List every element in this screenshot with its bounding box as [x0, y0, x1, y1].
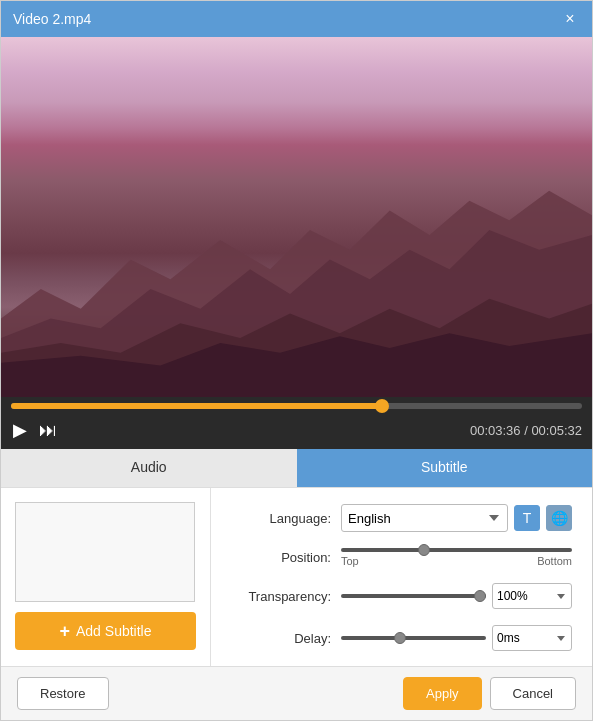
- time-display: 00:03:36 / 00:05:32: [470, 423, 582, 438]
- tab-audio[interactable]: Audio: [1, 449, 297, 487]
- position-top-label: Top: [341, 555, 359, 567]
- play-button[interactable]: ▶: [11, 417, 29, 443]
- progress-fill: [11, 403, 382, 409]
- transparency-control: 100% 90% 80% 70% 60% 50%: [341, 583, 572, 609]
- apply-button[interactable]: Apply: [403, 677, 482, 710]
- position-slider-area: Top Bottom: [341, 548, 572, 567]
- tab-subtitle[interactable]: Subtitle: [297, 449, 593, 487]
- progress-thumb: [375, 399, 389, 413]
- transparency-select[interactable]: 100% 90% 80% 70% 60% 50%: [492, 583, 572, 609]
- position-row: Position: Top Bottom: [231, 548, 572, 567]
- plus-icon: +: [59, 622, 70, 640]
- close-button[interactable]: ×: [560, 9, 580, 29]
- controls-row: ▶ ⏭ 00:03:36 / 00:05:32: [11, 417, 582, 443]
- video-area: [1, 37, 592, 397]
- language-control: English Spanish French German Chinese Ja…: [341, 504, 572, 532]
- language-select[interactable]: English Spanish French German Chinese Ja…: [341, 504, 508, 532]
- position-labels: Top Bottom: [341, 555, 572, 567]
- language-label: Language:: [231, 511, 331, 526]
- bottom-left: Restore: [17, 677, 109, 710]
- transparency-label: Transparency:: [231, 589, 331, 604]
- title-bar: Video 2.mp4 ×: [1, 1, 592, 37]
- restore-button[interactable]: Restore: [17, 677, 109, 710]
- tabs-row: Audio Subtitle: [1, 449, 592, 488]
- bottom-bar: Restore Apply Cancel: [1, 666, 592, 720]
- progress-bar[interactable]: [11, 403, 582, 409]
- content-area: Subtitle + Add Subtitle Language: Englis…: [1, 488, 592, 666]
- left-panel: Subtitle + Add Subtitle: [1, 488, 211, 666]
- globe-icon: 🌐: [551, 510, 568, 526]
- delay-row: Delay: 0ms 100ms 200ms 500ms 1000ms: [231, 625, 572, 651]
- transparency-slider[interactable]: [341, 594, 486, 598]
- add-subtitle-button[interactable]: + Add Subtitle: [15, 612, 196, 650]
- delay-label: Delay:: [231, 631, 331, 646]
- delay-select[interactable]: 0ms 100ms 200ms 500ms 1000ms: [492, 625, 572, 651]
- subtitle-preview: Subtitle: [15, 502, 195, 602]
- globe-button[interactable]: 🌐: [546, 505, 572, 531]
- position-control: Top Bottom: [341, 548, 572, 567]
- skip-button[interactable]: ⏭: [37, 418, 59, 443]
- right-panel: Language: English Spanish French German …: [211, 488, 592, 666]
- delay-control: 0ms 100ms 200ms 500ms 1000ms: [341, 625, 572, 651]
- position-slider[interactable]: [341, 548, 572, 552]
- mountain-overlay: [1, 181, 592, 397]
- bottom-right: Apply Cancel: [403, 677, 576, 710]
- transparency-row: Transparency: 100% 90% 80% 70% 60% 50%: [231, 583, 572, 609]
- cancel-button[interactable]: Cancel: [490, 677, 576, 710]
- controls-left: ▶ ⏭: [11, 417, 59, 443]
- text-style-button[interactable]: T: [514, 505, 540, 531]
- window-title: Video 2.mp4: [13, 11, 91, 27]
- position-label: Position:: [231, 550, 331, 565]
- delay-slider[interactable]: [341, 636, 486, 640]
- video-thumbnail: [1, 37, 592, 397]
- language-row: Language: English Spanish French German …: [231, 504, 572, 532]
- position-bottom-label: Bottom: [537, 555, 572, 567]
- text-icon: T: [523, 510, 532, 526]
- current-time: 00:03:36: [470, 423, 521, 438]
- main-window: Video 2.mp4 × ▶ ⏭ 00:03:36 /: [0, 0, 593, 721]
- add-subtitle-label: Add Subtitle: [76, 623, 152, 639]
- video-controls-bar: ▶ ⏭ 00:03:36 / 00:05:32: [1, 397, 592, 449]
- total-time: 00:05:32: [531, 423, 582, 438]
